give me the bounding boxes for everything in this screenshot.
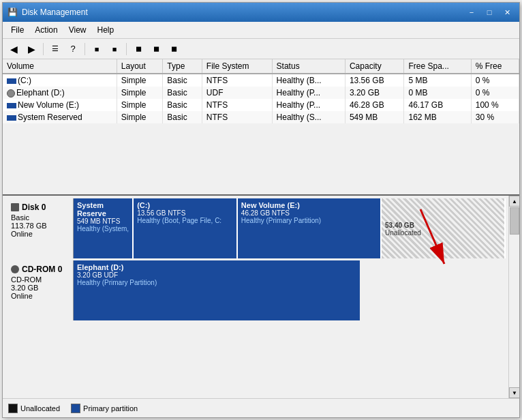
- cell-pct: 0 %: [471, 74, 519, 87]
- legend-primary-box: [71, 404, 80, 413]
- cell-free: 46.17 GB: [404, 99, 471, 111]
- view-button[interactable]: ☰: [47, 42, 63, 57]
- window-controls: − □ ✕: [463, 6, 515, 18]
- legend-unallocated: Unallocated: [8, 404, 60, 413]
- disk-view-area: Disk 0 Basic 113.78 GB Online System Res…: [3, 196, 508, 398]
- cdrom0-row: CD-ROM 0 CD-ROM 3.20 GB Online Elephant …: [5, 260, 506, 320]
- partition-status: Healthy (Primary Partition): [77, 279, 356, 286]
- cell-fs: NTFS: [202, 111, 272, 123]
- partition-size: 13.56 GB NTFS: [137, 209, 233, 217]
- cell-fs: NTFS: [202, 99, 272, 111]
- cdrom0-type: CD-ROM: [11, 275, 67, 284]
- legend-unalloc-box: [8, 404, 18, 413]
- cell-type: Basic: [163, 74, 202, 87]
- col-capacity: Capacity: [345, 59, 404, 74]
- partition[interactable]: New Volume (E:) 46.28 GB NTFS Healthy (P…: [238, 198, 382, 258]
- scroll-down-button[interactable]: ▼: [509, 387, 519, 398]
- col-filesystem: File System: [202, 59, 272, 74]
- cell-status: Healthy (B...: [272, 74, 345, 87]
- partition-status: Healthy (System,: [77, 225, 129, 232]
- cell-capacity: 549 MB: [345, 111, 404, 123]
- cell-status: Healthy (S...: [272, 111, 345, 123]
- scroll-thumb[interactable]: [510, 207, 519, 235]
- partition-size: 3.20 GB UDF: [77, 271, 356, 279]
- back-button[interactable]: ◀: [5, 42, 22, 57]
- maximize-button[interactable]: □: [481, 6, 497, 18]
- cell-status: Healthy (P...: [272, 99, 345, 111]
- menu-action[interactable]: Action: [29, 23, 63, 37]
- col-status: Status: [272, 59, 345, 74]
- partition-name: New Volume (E:): [241, 201, 377, 209]
- partition[interactable]: 53.40 GB Unallocated: [382, 198, 506, 258]
- partition[interactable]: Elephant (D:) 3.20 GB UDF Healthy (Prima…: [74, 260, 360, 320]
- table-row[interactable]: Elephant (D:) Simple Basic UDF Healthy (…: [3, 87, 519, 99]
- table-row[interactable]: New Volume (E:) Simple Basic NTFS Health…: [3, 99, 519, 111]
- disk0-label: Disk 0 Basic 113.78 GB Online: [5, 198, 74, 258]
- scroll-up-button[interactable]: ▲: [509, 196, 519, 207]
- cell-status: Healthy (P...: [272, 87, 345, 99]
- menu-help[interactable]: Help: [92, 23, 120, 37]
- cell-free: 5 MB: [404, 74, 471, 87]
- disk-scrollbar[interactable]: ▲ ▼: [508, 196, 519, 398]
- toolbar-btn-4[interactable]: ■: [106, 42, 123, 57]
- cell-pct: 0 %: [471, 87, 519, 99]
- cell-capacity: 46.28 GB: [345, 99, 404, 111]
- partition-status: Healthy (Boot, Page File, C:: [137, 217, 233, 224]
- col-volume: Volume: [3, 59, 117, 74]
- close-button[interactable]: ✕: [499, 6, 515, 18]
- partition[interactable]: (C:) 13.56 GB NTFS Healthy (Boot, Page F…: [134, 198, 238, 258]
- menu-view[interactable]: View: [63, 23, 92, 37]
- legend-primary-label: Primary partition: [83, 404, 138, 412]
- toolbar-btn-7[interactable]: ◼: [166, 42, 182, 57]
- col-layout: Layout: [117, 59, 162, 74]
- col-freespace: Free Spa...: [404, 59, 471, 74]
- cell-type: Basic: [163, 87, 202, 99]
- table-row[interactable]: (C:) Simple Basic NTFS Healthy (B... 13.…: [3, 74, 519, 87]
- menu-bar: File Action View Help: [3, 22, 519, 39]
- cell-layout: Simple: [117, 99, 162, 111]
- table-row[interactable]: System Reserved Simple Basic NTFS Health…: [3, 111, 519, 123]
- cell-fs: NTFS: [202, 74, 272, 87]
- cell-name: New Volume (E:): [3, 99, 117, 111]
- menu-file[interactable]: File: [5, 23, 29, 37]
- disk0-status: Online: [11, 230, 67, 238]
- toolbar: ◀ ▶ ☰ ? ■ ■ ◼ ◼ ◼: [3, 39, 519, 59]
- disk0-name: Disk 0: [11, 202, 67, 212]
- cell-fs: UDF: [202, 87, 272, 99]
- disk0-partitions: System Reserve 549 MB NTFS Healthy (Syst…: [74, 198, 506, 258]
- window-title: Disk Management: [22, 7, 459, 17]
- cdrom0-partitions: Elephant (D:) 3.20 GB UDF Healthy (Prima…: [74, 260, 506, 320]
- col-type: Type: [163, 59, 202, 74]
- partition-name: (C:): [137, 201, 233, 209]
- disk-view-wrapper: Disk 0 Basic 113.78 GB Online System Res…: [3, 196, 519, 398]
- toolbar-sep-3: [126, 43, 127, 55]
- cell-pct: 30 %: [471, 111, 519, 123]
- cell-layout: Simple: [117, 87, 162, 99]
- cell-free: 0 MB: [404, 87, 471, 99]
- disk0-row: Disk 0 Basic 113.78 GB Online System Res…: [5, 198, 506, 258]
- toolbar-btn-5[interactable]: ◼: [130, 42, 147, 57]
- toolbar-sep-1: [43, 43, 44, 55]
- partition-name: System Reserve: [77, 201, 129, 217]
- toolbar-btn-6[interactable]: ◼: [148, 42, 164, 57]
- cell-capacity: 3.20 GB: [345, 87, 404, 99]
- cell-capacity: 13.56 GB: [345, 74, 404, 87]
- partition[interactable]: System Reserve 549 MB NTFS Healthy (Syst…: [74, 198, 134, 258]
- toolbar-btn-3[interactable]: ■: [89, 42, 105, 57]
- cdrom0-label: CD-ROM 0 CD-ROM 3.20 GB Online: [5, 260, 74, 320]
- minimize-button[interactable]: −: [463, 6, 480, 18]
- partition-name: Elephant (D:): [77, 263, 356, 271]
- scroll-track: [509, 207, 519, 387]
- cdrom0-size: 3.20 GB: [11, 284, 67, 292]
- cell-layout: Simple: [117, 111, 162, 123]
- forward-button[interactable]: ▶: [23, 42, 40, 57]
- main-window: 💾 Disk Management − □ ✕ File Action View…: [2, 2, 520, 418]
- volumes-table-area: Volume Layout Type File System Status Ca…: [3, 59, 519, 196]
- partition-status: Unallocated: [385, 229, 501, 237]
- legend-bar: Unallocated Primary partition: [3, 398, 519, 417]
- cell-pct: 100 %: [471, 99, 519, 111]
- cell-layout: Simple: [117, 74, 162, 87]
- help-icon-button[interactable]: ?: [65, 42, 81, 57]
- col-pctfree: % Free: [471, 59, 519, 74]
- partition-status: Healthy (Primary Partition): [241, 217, 377, 224]
